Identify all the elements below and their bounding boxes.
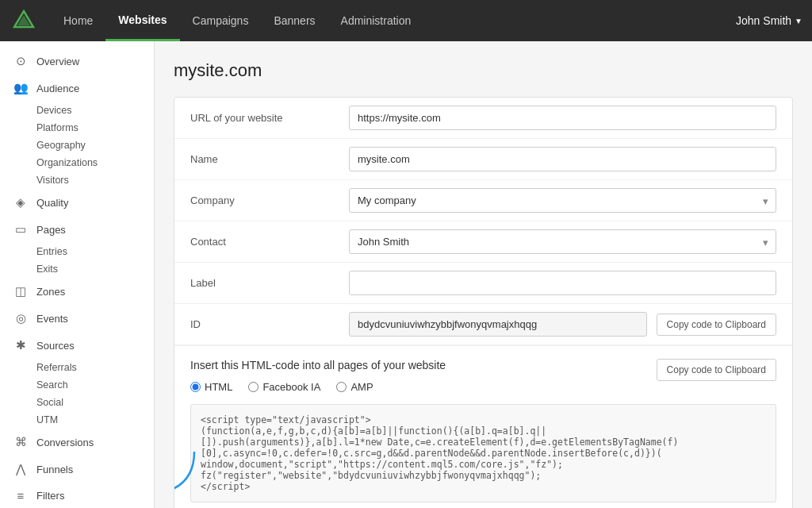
- url-label: URL of your website: [190, 112, 349, 124]
- radio-group: HTML Facebook IA AMP: [190, 381, 446, 393]
- pages-icon: ▭: [13, 222, 29, 237]
- sidebar-item-filters[interactable]: ≡ Filters: [0, 483, 154, 508]
- url-row: URL of your website: [174, 98, 792, 139]
- sidebar-sub-devices[interactable]: Devices: [0, 102, 154, 119]
- copy-id-button[interactable]: Copy code to Clipboard: [657, 314, 776, 336]
- name-label: Name: [190, 153, 349, 165]
- url-input[interactable]: [349, 106, 776, 130]
- sidebar-sub-utm[interactable]: UTM: [0, 411, 154, 429]
- funnels-icon: ⋀: [13, 462, 29, 476]
- sidebar-item-sources[interactable]: ✱ Sources: [0, 332, 154, 359]
- sidebar-sub-exits[interactable]: Exits: [0, 260, 154, 278]
- sidebar-sub-platforms[interactable]: Platforms: [0, 119, 154, 137]
- sidebar-item-overview[interactable]: ⊙ Overview: [0, 48, 154, 75]
- quality-icon: ◈: [13, 195, 29, 210]
- chevron-down-icon: ▼: [795, 17, 802, 25]
- label-input[interactable]: [349, 271, 776, 295]
- sources-icon: ✱: [13, 338, 29, 352]
- nav-campaigns[interactable]: Campaigns: [180, 0, 262, 41]
- id-field: Copy code to Clipboard: [349, 312, 776, 337]
- sidebar: ⊙ Overview 👥 Audience Devices Platforms …: [0, 41, 155, 508]
- contact-label: Contact: [190, 236, 349, 248]
- url-field: [349, 106, 776, 130]
- sidebar-sub-entries[interactable]: Entries: [0, 243, 154, 260]
- radio-html[interactable]: HTML: [190, 381, 232, 393]
- main-nav: Home Websites Campaigns Banners Administ…: [51, 0, 736, 41]
- name-field: [349, 147, 776, 171]
- code-block: <script type="text/javascript"> (functio…: [190, 404, 776, 502]
- sidebar-sub-geography[interactable]: Geography: [0, 137, 154, 154]
- sidebar-sub-search[interactable]: Search: [0, 376, 154, 394]
- sidebar-item-pages[interactable]: ▭ Pages: [0, 216, 154, 243]
- label-field: [349, 271, 776, 295]
- sidebar-item-quality[interactable]: ◈ Quality: [0, 189, 154, 216]
- name-row: Name: [174, 139, 792, 180]
- events-icon: ◎: [13, 311, 29, 325]
- radio-facebook-ia[interactable]: Facebook IA: [248, 381, 320, 393]
- nav-administration[interactable]: Administration: [328, 0, 424, 41]
- zones-icon: ◫: [13, 284, 29, 298]
- audience-icon: 👥: [13, 81, 29, 95]
- company-select[interactable]: My company: [349, 188, 776, 213]
- contact-select[interactable]: John Smith: [349, 229, 776, 254]
- contact-field: John Smith ▾: [349, 229, 776, 254]
- id-row: ID Copy code to Clipboard: [174, 304, 792, 345]
- sidebar-item-zones[interactable]: ◫ Zones: [0, 278, 154, 305]
- company-row: Company My company ▾: [174, 180, 792, 221]
- sidebar-item-conversions[interactable]: ⌘ Conversions: [0, 429, 154, 456]
- main-content: mysite.com URL of your website Name Comp…: [155, 41, 812, 508]
- nav-home[interactable]: Home: [51, 0, 105, 41]
- id-input: [349, 312, 647, 337]
- code-section: Insert this HTML-code into all pages of …: [174, 345, 792, 508]
- page-title: mysite.com: [174, 60, 793, 81]
- nav-websites[interactable]: Websites: [105, 0, 179, 41]
- id-label: ID: [190, 318, 349, 330]
- radio-amp[interactable]: AMP: [336, 381, 373, 393]
- nav-banners[interactable]: Banners: [261, 0, 327, 41]
- sidebar-item-events[interactable]: ◎ Events: [0, 305, 154, 332]
- logo-icon: [10, 6, 38, 35]
- overview-icon: ⊙: [13, 54, 29, 68]
- sidebar-item-audience[interactable]: 👥 Audience: [0, 75, 154, 102]
- company-field: My company ▾: [349, 188, 776, 213]
- company-label: Company: [190, 194, 349, 206]
- filters-icon: ≡: [13, 489, 29, 502]
- top-navigation: Home Websites Campaigns Banners Administ…: [0, 0, 812, 41]
- name-input[interactable]: [349, 147, 776, 171]
- sidebar-item-funnels[interactable]: ⋀ Funnels: [0, 456, 154, 483]
- label-label: Label: [190, 277, 349, 289]
- user-name: John Smith: [736, 14, 791, 27]
- copy-code-button[interactable]: Copy code to Clipboard: [657, 359, 776, 381]
- label-row: Label: [174, 263, 792, 304]
- sidebar-sub-social[interactable]: Social: [0, 394, 154, 411]
- sidebar-sub-organizations[interactable]: Organizations: [0, 154, 154, 171]
- sidebar-sub-visitors[interactable]: Visitors: [0, 171, 154, 189]
- conversions-icon: ⌘: [13, 435, 29, 449]
- user-menu[interactable]: John Smith ▼: [736, 14, 802, 27]
- sidebar-sub-referrals[interactable]: Referrals: [0, 359, 154, 376]
- website-form: URL of your website Name Company My: [174, 97, 793, 508]
- contact-row: Contact John Smith ▾: [174, 221, 792, 263]
- code-section-title: Insert this HTML-code into all pages of …: [190, 359, 446, 371]
